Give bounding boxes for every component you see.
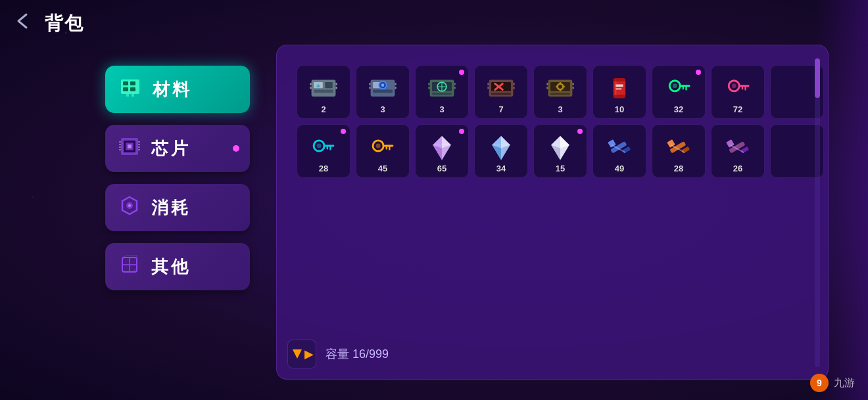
sidebar-label-chips: 芯片 bbox=[151, 137, 191, 160]
item-crystal-white[interactable]: 15 bbox=[533, 124, 587, 178]
svg-rect-78 bbox=[615, 81, 616, 95]
footer: 容量 16/999 bbox=[287, 340, 389, 368]
svg-rect-11 bbox=[119, 141, 121, 143]
item-key-red[interactable]: 72 bbox=[711, 65, 765, 119]
svg-rect-17 bbox=[138, 146, 140, 148]
svg-rect-27 bbox=[325, 82, 333, 88]
item-count-gpu-green: 3 bbox=[439, 104, 444, 114]
item-count-tool-multi: 26 bbox=[733, 164, 742, 173]
item-gpu-red[interactable]: 7 bbox=[474, 65, 528, 119]
svg-rect-5 bbox=[126, 94, 129, 97]
svg-rect-38 bbox=[373, 90, 393, 93]
svg-rect-61 bbox=[513, 87, 514, 89]
svg-rect-73 bbox=[572, 83, 573, 85]
chips-dot bbox=[233, 145, 239, 152]
item-crystal-blue[interactable]: 34 bbox=[474, 124, 528, 178]
item-count-key-teal: 28 bbox=[319, 164, 328, 173]
svg-rect-2 bbox=[130, 81, 135, 85]
svg-rect-58 bbox=[487, 83, 489, 85]
svg-rect-6 bbox=[132, 94, 134, 97]
item-count-gpu-gold: 3 bbox=[558, 104, 562, 114]
item-count-gpu-red: 7 bbox=[498, 104, 503, 114]
item-count-tool-orange: 28 bbox=[674, 164, 683, 173]
svg-rect-16 bbox=[138, 144, 140, 145]
svg-point-87 bbox=[732, 83, 736, 88]
svg-rect-50 bbox=[428, 87, 429, 89]
svg-rect-1 bbox=[123, 81, 128, 85]
svg-rect-29 bbox=[310, 83, 311, 85]
header: 背包 bbox=[13, 11, 84, 36]
item-gpu-silver[interactable]: 2 bbox=[297, 65, 350, 119]
svg-rect-71 bbox=[546, 83, 548, 85]
item-gpu-blue-s[interactable]: 3 bbox=[356, 65, 410, 119]
key-teal-dot bbox=[341, 129, 346, 134]
svg-rect-60 bbox=[513, 83, 514, 85]
svg-rect-31 bbox=[335, 83, 337, 85]
svg-rect-57 bbox=[491, 93, 511, 95]
logo-text: 九游 bbox=[834, 376, 855, 390]
item-grid: 2 3 bbox=[290, 58, 815, 185]
chips-icon bbox=[118, 135, 141, 162]
item-count-key-red: 72 bbox=[733, 104, 742, 114]
svg-rect-52 bbox=[454, 87, 455, 89]
nine-game-logo: 9 九游 bbox=[809, 372, 855, 393]
svg-rect-120 bbox=[681, 146, 690, 154]
item-gpu-green[interactable]: 3 bbox=[415, 65, 469, 119]
svg-rect-10 bbox=[128, 144, 132, 148]
materials-icon bbox=[118, 76, 142, 104]
svg-rect-30 bbox=[310, 87, 311, 89]
sidebar-label-other: 其他 bbox=[151, 256, 191, 278]
svg-rect-67 bbox=[560, 89, 561, 91]
back-button[interactable] bbox=[13, 11, 34, 36]
item-key-green[interactable]: 32 bbox=[652, 65, 706, 119]
svg-rect-72 bbox=[546, 87, 548, 89]
item-key-teal[interactable]: 28 bbox=[297, 124, 350, 178]
svg-rect-68 bbox=[556, 86, 558, 87]
svg-rect-124 bbox=[740, 146, 749, 154]
svg-rect-80 bbox=[615, 88, 621, 89]
svg-rect-14 bbox=[119, 149, 121, 150]
item-count-gpu-blue-s: 3 bbox=[380, 104, 385, 114]
key-green-dot bbox=[696, 70, 701, 75]
scrollbar-thumb[interactable] bbox=[815, 58, 820, 98]
svg-text:9: 9 bbox=[817, 378, 822, 388]
item-count-crystal-blue: 34 bbox=[496, 164, 506, 173]
svg-point-37 bbox=[381, 83, 385, 87]
item-key-gold[interactable]: 45 bbox=[356, 124, 410, 178]
sidebar-label-materials: 材料 bbox=[153, 78, 192, 101]
consumables-icon bbox=[118, 194, 141, 221]
item-count-key-gold: 45 bbox=[378, 164, 387, 173]
sidebar-item-consumables[interactable]: 消耗 bbox=[105, 184, 250, 231]
item-gpu-gold[interactable]: 3 bbox=[533, 65, 587, 119]
other-icon bbox=[118, 254, 141, 280]
sidebar-label-consumables: 消耗 bbox=[151, 196, 191, 219]
svg-rect-51 bbox=[454, 83, 455, 85]
item-tool-orange[interactable]: 28 bbox=[652, 124, 706, 178]
sidebar-item-other[interactable]: 其他 bbox=[105, 243, 250, 290]
crystal-white-dot bbox=[577, 129, 583, 134]
item-count-gpu-silver: 2 bbox=[321, 104, 326, 114]
svg-rect-49 bbox=[428, 83, 429, 85]
sidebar-item-chips[interactable]: 芯片 bbox=[105, 125, 250, 172]
item-tool-blue[interactable]: 49 bbox=[592, 124, 646, 178]
item-count-crystal-pink: 65 bbox=[437, 164, 446, 173]
svg-rect-39 bbox=[369, 83, 370, 85]
svg-rect-12 bbox=[119, 144, 121, 145]
item-count-can-red: 10 bbox=[615, 104, 624, 114]
item-crystal-pink[interactable]: 65 bbox=[415, 124, 469, 178]
svg-rect-15 bbox=[138, 141, 140, 143]
svg-rect-41 bbox=[395, 83, 396, 85]
item-can-red[interactable]: 10 bbox=[592, 65, 646, 119]
item-count-key-green: 32 bbox=[674, 104, 683, 114]
gpu-green-dot bbox=[459, 70, 464, 75]
sort-button[interactable] bbox=[287, 340, 316, 368]
svg-rect-18 bbox=[138, 149, 140, 150]
svg-rect-4 bbox=[130, 87, 135, 91]
sidebar-item-materials[interactable]: 材料 bbox=[105, 66, 250, 113]
svg-rect-32 bbox=[335, 87, 337, 89]
svg-rect-79 bbox=[615, 85, 623, 87]
svg-rect-42 bbox=[395, 87, 396, 89]
item-tool-multi[interactable]: 26 bbox=[711, 124, 765, 178]
scrollbar-track[interactable] bbox=[815, 58, 820, 367]
svg-rect-74 bbox=[572, 87, 573, 89]
